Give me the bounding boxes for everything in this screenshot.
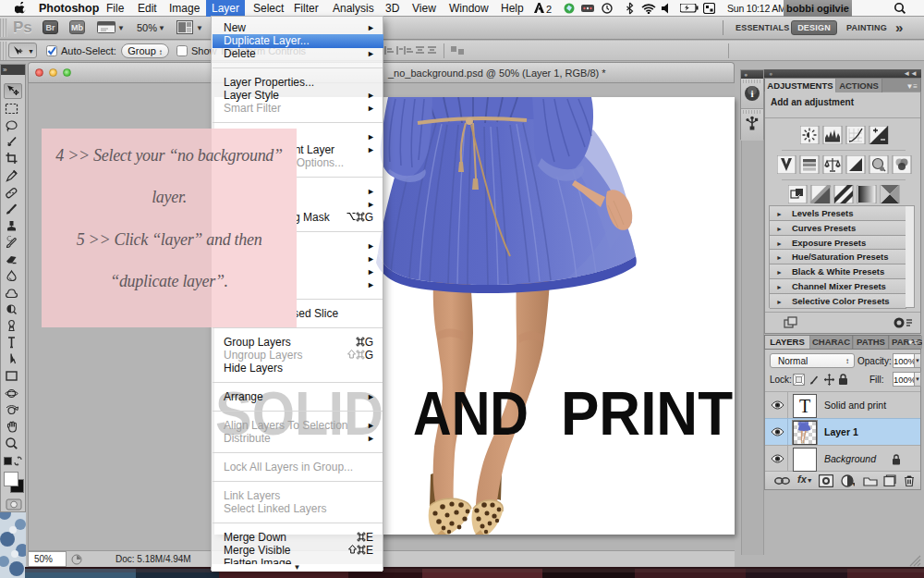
svg-text:PRINT: PRINT xyxy=(561,378,733,448)
svg-text:▼: ▼ xyxy=(851,481,855,487)
svg-text:2: 2 xyxy=(546,4,552,15)
svg-text:AND: AND xyxy=(413,378,529,448)
svg-text:i: i xyxy=(750,88,753,99)
